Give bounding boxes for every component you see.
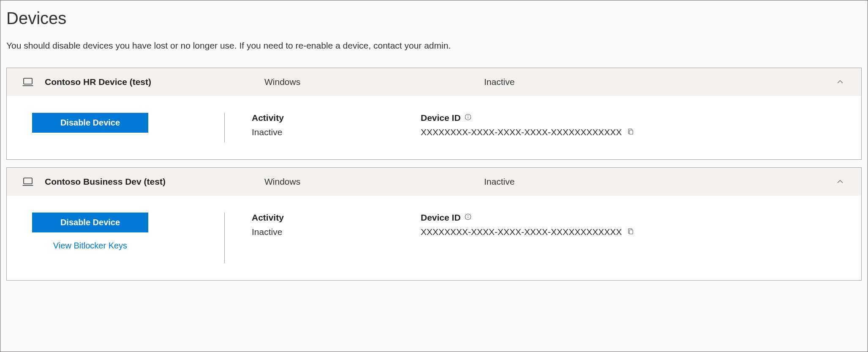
- view-bitlocker-keys-link[interactable]: View Bitlocker Keys: [32, 241, 148, 251]
- activity-label: Activity: [252, 213, 421, 223]
- device-id-column: Device ID XXXXXXXX-XXXX-XXXX-XXXX-XXXXXX…: [421, 213, 836, 263]
- page-subtitle: You should disable devices you have lost…: [6, 41, 862, 51]
- copy-icon[interactable]: [627, 227, 634, 237]
- device-header[interactable]: Contoso HR Device (test) Windows Inactiv…: [7, 68, 861, 96]
- activity-label: Activity: [252, 113, 421, 123]
- devices-page: Devices You should disable devices you h…: [0, 0, 868, 352]
- svg-point-8: [468, 215, 468, 216]
- copy-icon[interactable]: [627, 127, 634, 137]
- laptop-icon: [11, 76, 45, 88]
- device-header[interactable]: Contoso Business Dev (test) Windows Inac…: [7, 168, 861, 196]
- action-column: Disable Device View Bitlocker Keys: [32, 213, 197, 263]
- disable-device-button[interactable]: Disable Device: [32, 213, 148, 232]
- device-id-label: Device ID: [421, 213, 836, 223]
- info-icon[interactable]: [464, 213, 472, 223]
- device-id-column: Device ID XXXXXXXX-XXXX-XXXX-XXXX-XXXXXX…: [421, 113, 836, 142]
- svg-rect-5: [24, 178, 32, 184]
- svg-point-3: [468, 115, 468, 116]
- device-id-value-row: XXXXXXXX-XXXX-XXXX-XXXX-XXXXXXXXXXXX: [421, 227, 836, 237]
- chevron-up-icon: [827, 78, 853, 86]
- disable-device-button[interactable]: Disable Device: [32, 113, 148, 133]
- device-card: Contoso HR Device (test) Windows Inactiv…: [6, 68, 862, 160]
- device-id-value-row: XXXXXXXX-XXXX-XXXX-XXXX-XXXXXXXXXXXX: [421, 127, 836, 137]
- device-os: Windows: [264, 177, 484, 187]
- chevron-up-icon: [827, 177, 853, 186]
- action-column: Disable Device: [32, 113, 197, 142]
- device-status: Inactive: [484, 77, 827, 87]
- activity-column: Activity Inactive: [252, 113, 421, 142]
- device-status: Inactive: [484, 177, 827, 187]
- info-icon[interactable]: [464, 113, 472, 123]
- svg-rect-4: [629, 130, 633, 134]
- device-id-label-text: Device ID: [421, 213, 461, 223]
- device-name: Contoso Business Dev (test): [45, 177, 264, 187]
- device-os: Windows: [264, 77, 484, 87]
- svg-rect-0: [24, 78, 32, 84]
- activity-column: Activity Inactive: [252, 213, 421, 263]
- device-body: Disable Device View Bitlocker Keys Activ…: [7, 196, 861, 280]
- device-name: Contoso HR Device (test): [45, 77, 264, 87]
- divider: [197, 113, 252, 142]
- activity-value: Inactive: [252, 227, 421, 237]
- activity-value: Inactive: [252, 127, 421, 137]
- divider: [197, 213, 252, 263]
- device-body: Disable Device Activity Inactive Device …: [7, 96, 861, 159]
- svg-rect-9: [629, 230, 633, 234]
- device-id-label-text: Device ID: [421, 113, 461, 123]
- device-card: Contoso Business Dev (test) Windows Inac…: [6, 167, 862, 281]
- device-id-value: XXXXXXXX-XXXX-XXXX-XXXX-XXXXXXXXXXXX: [421, 127, 622, 137]
- page-title: Devices: [6, 9, 862, 28]
- device-id-label: Device ID: [421, 113, 836, 123]
- device-id-value: XXXXXXXX-XXXX-XXXX-XXXX-XXXXXXXXXXXX: [421, 227, 622, 237]
- laptop-icon: [11, 175, 45, 188]
